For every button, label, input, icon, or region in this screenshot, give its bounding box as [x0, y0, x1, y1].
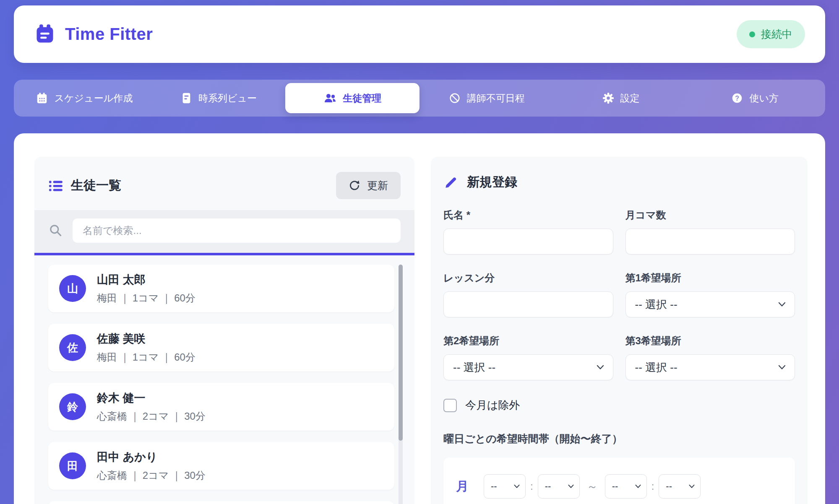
avatar: 田	[59, 452, 86, 479]
search-input[interactable]	[73, 218, 401, 243]
tilde-separator: ～	[587, 479, 598, 494]
student-info: 佐藤 美咲 梅田 ｜ 1コマ ｜ 60分	[97, 331, 195, 364]
tab-timeline-view[interactable]: 時系列ビュー	[151, 83, 286, 113]
scrollbar-thumb[interactable]	[399, 265, 403, 441]
list-icon	[48, 178, 63, 193]
location2-select[interactable]: -- 選択 --	[443, 354, 613, 380]
location3-select[interactable]: -- 選択 --	[625, 354, 795, 380]
select-value: --	[491, 481, 497, 492]
chevron-down-icon	[778, 301, 786, 307]
mon-start-hour-select[interactable]: --	[484, 474, 526, 499]
refresh-button[interactable]: 更新	[336, 172, 401, 199]
exclude-this-month-label: 今月は除外	[465, 398, 520, 413]
student-name: 山田 太郎	[97, 272, 195, 287]
student-name: 田中 あかり	[97, 449, 206, 465]
refresh-label: 更新	[367, 179, 388, 192]
colon-separator: :	[651, 481, 654, 492]
gear-icon	[602, 92, 615, 104]
tab-student-management[interactable]: 生徒管理	[285, 83, 420, 113]
exclude-this-month-row: 今月は除外	[443, 398, 795, 413]
chevron-down-icon	[513, 484, 520, 489]
pencil-icon	[443, 175, 459, 190]
student-list-panel: 生徒一覧 更新 山	[34, 157, 414, 504]
student-list: 山 山田 太郎 梅田 ｜ 1コマ ｜ 60分 佐 佐藤 美咲 梅田 ｜ 1コマ …	[34, 255, 414, 504]
tab-label: 時系列ビュー	[198, 92, 257, 105]
registration-title: 新規登録	[467, 174, 517, 191]
chevron-down-icon	[688, 484, 695, 489]
weekday-time-card: 月 -- : -- ～ -- :	[443, 457, 795, 504]
student-info: 鈴木 健一 心斎橋 ｜ 2コマ ｜ 30分	[97, 390, 206, 423]
student-list-header: 生徒一覧 更新	[34, 157, 414, 210]
student-list-item-partial[interactable]	[48, 501, 394, 504]
student-list-item[interactable]: 佐 佐藤 美咲 梅田 ｜ 1コマ ｜ 60分	[48, 324, 394, 372]
avatar: 鈴	[59, 393, 86, 420]
chevron-down-icon	[778, 364, 786, 370]
exclude-this-month-checkbox[interactable]	[443, 399, 457, 412]
student-list-item[interactable]: 鈴 鈴木 健一 心斎橋 ｜ 2コマ ｜ 30分	[48, 383, 394, 431]
status-label: 接続中	[761, 27, 792, 41]
location3-label: 第3希望場所	[625, 334, 795, 348]
day-label: 月	[456, 478, 484, 495]
select-value: --	[612, 481, 618, 492]
name-input[interactable]	[443, 229, 613, 255]
help-icon: ?	[731, 92, 743, 104]
tab-label: 講師不可日程	[467, 92, 525, 105]
status-dot-icon	[749, 31, 755, 37]
calendar-icon	[36, 92, 48, 104]
tab-schedule-create[interactable]: スケジュール作成	[17, 83, 151, 113]
avatar: 佐	[59, 334, 86, 361]
lesson-minutes-label: レッスン分	[443, 271, 613, 285]
student-info: 山田 太郎 梅田 ｜ 1コマ ｜ 60分	[97, 272, 195, 305]
student-name: 佐藤 美咲	[97, 331, 195, 346]
field-location-3: 第3希望場所 -- 選択 --	[625, 334, 795, 380]
field-name: 氏名 *	[443, 208, 613, 255]
select-value: -- 選択 --	[453, 360, 495, 375]
avatar: 山	[59, 275, 86, 302]
page: Time Fitter 接続中 スケジュール作成	[0, 0, 839, 504]
calendar-logo-icon	[34, 23, 56, 45]
lesson-minutes-input[interactable]	[443, 291, 613, 317]
student-list-item[interactable]: 田 田中 あかり 心斎橋 ｜ 2コマ ｜ 30分	[48, 442, 394, 490]
tab-how-to-use[interactable]: ? 使い方	[688, 83, 822, 113]
colon-separator: :	[530, 481, 533, 492]
registration-header: 新規登録	[443, 174, 795, 191]
mon-start-minute-select[interactable]: --	[538, 474, 580, 499]
students-icon	[323, 91, 337, 105]
student-details: 心斎橋 ｜ 2コマ ｜ 30分	[97, 469, 206, 482]
student-name: 鈴木 健一	[97, 390, 206, 405]
search-icon	[48, 223, 63, 238]
name-label: 氏名 *	[443, 208, 613, 222]
main-content: 生徒一覧 更新 山	[14, 133, 825, 504]
tab-label: スケジュール作成	[54, 92, 133, 105]
student-list-item[interactable]: 山 山田 太郎 梅田 ｜ 1コマ ｜ 60分	[48, 265, 394, 312]
main-tabbar: スケジュール作成 時系列ビュー 生徒管理	[14, 80, 825, 117]
student-info: 田中 あかり 心斎橋 ｜ 2コマ ｜ 30分	[97, 449, 206, 482]
select-value: -- 選択 --	[635, 297, 677, 312]
field-lesson-minutes: レッスン分	[443, 271, 613, 317]
mon-end-minute-select[interactable]: --	[659, 474, 701, 499]
tab-label: 生徒管理	[343, 92, 381, 105]
tab-label: 設定	[620, 92, 640, 105]
registration-form: 氏名 * 月コマ数 レッスン分 第1希望場所 -- 選択 --	[443, 208, 795, 380]
student-details: 梅田 ｜ 1コマ ｜ 60分	[97, 291, 195, 305]
search-bar	[34, 210, 414, 255]
location1-select[interactable]: -- 選択 --	[625, 291, 795, 317]
monthly-slots-label: 月コマ数	[625, 208, 795, 222]
svg-text:?: ?	[735, 95, 740, 102]
weekday-section-label: 曜日ごとの希望時間帯（開始〜終了）	[443, 432, 795, 446]
select-value: -- 選択 --	[635, 360, 677, 375]
list-scrollbar[interactable]	[399, 265, 403, 504]
weekday-row-monday: 月 -- : -- ～ -- :	[456, 462, 782, 504]
select-value: --	[545, 481, 551, 492]
field-location-2: 第2希望場所 -- 選択 --	[443, 334, 613, 380]
field-location-1: 第1希望場所 -- 選択 --	[625, 271, 795, 317]
ban-icon	[448, 92, 461, 104]
tab-teacher-unavailable[interactable]: 講師不可日程	[420, 83, 554, 113]
monthly-slots-input[interactable]	[625, 229, 795, 255]
student-details: 梅田 ｜ 1コマ ｜ 60分	[97, 351, 195, 364]
mon-end-hour-select[interactable]: --	[605, 474, 647, 499]
app-header: Time Fitter 接続中	[14, 5, 825, 63]
registration-panel: 新規登録 氏名 * 月コマ数 レッスン分 第1希望場所	[431, 157, 808, 504]
tab-settings[interactable]: 設定	[554, 83, 688, 113]
refresh-icon	[349, 180, 360, 192]
